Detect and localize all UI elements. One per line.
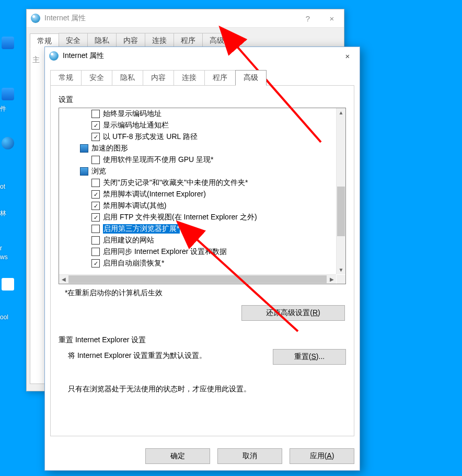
scroll-up-icon[interactable]: ▲: [337, 108, 345, 117]
tab-高级[interactable]: 高级: [235, 70, 267, 86]
tree-item[interactable]: 始终显示编码地址: [59, 108, 336, 120]
cancel-button[interactable]: 取消: [217, 448, 282, 464]
checkbox[interactable]: [91, 259, 100, 268]
reset-section-title: 重置 Internet Explorer 设置: [59, 335, 346, 345]
tab-常规[interactable]: 常规: [50, 70, 82, 85]
tree-item[interactable]: 启用第三方浏览器扩展*: [59, 223, 336, 235]
tree-item[interactable]: 禁用脚本调试(Internet Explorer): [59, 189, 336, 200]
desktop-label: ool: [0, 314, 8, 321]
internet-options-icon: [49, 51, 59, 61]
desktop-label: r: [0, 245, 2, 252]
tree-label: 关闭"历史记录"和"收藏夹"中未使用的文件夹*: [103, 178, 248, 188]
tab-内容[interactable]: 内容: [143, 70, 174, 85]
checkbox[interactable]: [91, 156, 100, 164]
scroll-down-icon[interactable]: ▼: [337, 265, 345, 274]
tree-label: 禁用脚本调试(Internet Explorer): [103, 190, 206, 199]
titlebar[interactable]: Internet 属性 ×: [45, 47, 360, 65]
tree-item[interactable]: 启用建议的网站: [59, 235, 336, 246]
tree-item[interactable]: 显示编码地址通知栏: [59, 120, 336, 131]
dialog-button-bar: 确定 取消 应用(A): [50, 448, 354, 464]
desktop-icon: [2, 88, 14, 100]
checkbox[interactable]: [91, 133, 100, 141]
tab-隐私[interactable]: 隐私: [112, 70, 143, 85]
desktop-icon: [2, 37, 14, 49]
tree-category[interactable]: 浏览: [59, 166, 336, 177]
tab-程序[interactable]: 程序: [204, 70, 236, 85]
scroll-thumb[interactable]: [337, 187, 345, 236]
desktop-icon: [2, 278, 14, 291]
apply-button[interactable]: 应用(A): [290, 448, 354, 464]
desktop-label: 林: [0, 209, 6, 218]
category-icon: [80, 144, 88, 153]
tree-label: 启用第三方浏览器扩展*: [103, 224, 180, 234]
tree-label: 使用软件呈现而不使用 GPU 呈现*: [103, 155, 214, 165]
checkbox[interactable]: [91, 248, 100, 256]
scroll-thumb[interactable]: [68, 275, 327, 283]
desktop-label: ot: [0, 183, 5, 190]
checkbox[interactable]: [91, 110, 100, 118]
settings-tree[interactable]: 始终显示编码地址显示编码地址通知栏以 UTF-8 形式发送 URL 路径加速的图…: [59, 108, 346, 284]
tree-category[interactable]: 加速的图形: [59, 143, 336, 154]
internet-properties-dialog: Internet 属性 × 常规安全隐私内容连接程序高级 设置 始终显示编码地址…: [44, 47, 360, 471]
tree-item[interactable]: 启用同步 Internet Explorer 设置和数据: [59, 246, 336, 258]
reset-button[interactable]: 重置(S)...: [273, 349, 346, 365]
checkbox[interactable]: [91, 236, 100, 245]
tree-label: 禁用脚本调试(其他): [103, 201, 166, 211]
window-title: Internet 属性: [44, 14, 86, 23]
checkbox[interactable]: [91, 213, 100, 222]
tree-label: 以 UTF-8 形式发送 URL 路径: [103, 132, 198, 142]
tree-item[interactable]: 关闭"历史记录"和"收藏夹"中未使用的文件夹*: [59, 177, 336, 189]
tree-item[interactable]: 启用自动崩溃恢复*: [59, 258, 336, 269]
titlebar: Internet 属性 ? ×: [27, 9, 344, 28]
desktop-icon: [2, 137, 14, 149]
tree-label: 浏览: [91, 167, 106, 176]
restore-advanced-button[interactable]: 还原高级设置(R): [241, 305, 345, 321]
tree-item[interactable]: 以 UTF-8 形式发送 URL 路径: [59, 131, 336, 143]
desktop-label: ws: [0, 253, 8, 261]
checkbox[interactable]: [91, 190, 100, 199]
tree-label: 启用自动崩溃恢复*: [103, 259, 164, 268]
tree-label: 加速的图形: [91, 144, 128, 153]
internet-options-icon: [31, 14, 40, 23]
advanced-panel: 设置 始终显示编码地址显示编码地址通知栏以 UTF-8 形式发送 URL 路径加…: [50, 85, 354, 436]
reset-note: 只有在浏览器处于无法使用的状态时，才应使用此设置。: [68, 385, 346, 394]
checkbox[interactable]: [91, 121, 100, 130]
category-icon: [80, 167, 88, 176]
horizontal-scrollbar[interactable]: ◀ ▶: [59, 274, 336, 284]
ok-button[interactable]: 确定: [145, 448, 210, 464]
window-title: Internet 属性: [63, 51, 104, 61]
scroll-corner: [337, 275, 345, 284]
scroll-right-icon[interactable]: ▶: [327, 275, 336, 284]
restart-note: *在重新启动你的计算机后生效: [65, 288, 346, 298]
tab-strip: 常规安全隐私内容连接程序高级: [50, 70, 354, 85]
tab-连接[interactable]: 连接: [174, 70, 205, 85]
tree-label: 启用 FTP 文件夹视图(在 Internet Explorer 之外): [103, 213, 257, 222]
settings-label: 设置: [59, 95, 346, 105]
tree-label: 始终显示编码地址: [103, 109, 161, 119]
vertical-scrollbar[interactable]: ▲ ▼: [336, 108, 345, 274]
tree-item[interactable]: 使用软件呈现而不使用 GPU 呈现*: [59, 154, 336, 166]
close-button[interactable]: ×: [320, 9, 344, 27]
help-button[interactable]: ?: [296, 9, 320, 27]
tab-安全[interactable]: 安全: [81, 70, 112, 85]
tree-label: 启用建议的网站: [103, 236, 154, 245]
checkbox[interactable]: [91, 225, 100, 233]
tree-item[interactable]: 启用 FTP 文件夹视图(在 Internet Explorer 之外): [59, 212, 336, 223]
tree-label: 启用同步 Internet Explorer 设置和数据: [103, 247, 227, 257]
scroll-left-icon[interactable]: ◀: [59, 275, 68, 284]
tree-item[interactable]: 禁用脚本调试(其他): [59, 200, 336, 212]
checkbox[interactable]: [91, 202, 100, 210]
desktop-label: 件: [0, 105, 6, 113]
close-button[interactable]: ×: [336, 47, 360, 65]
tree-label: 显示编码地址通知栏: [103, 121, 169, 130]
checkbox[interactable]: [91, 179, 100, 187]
